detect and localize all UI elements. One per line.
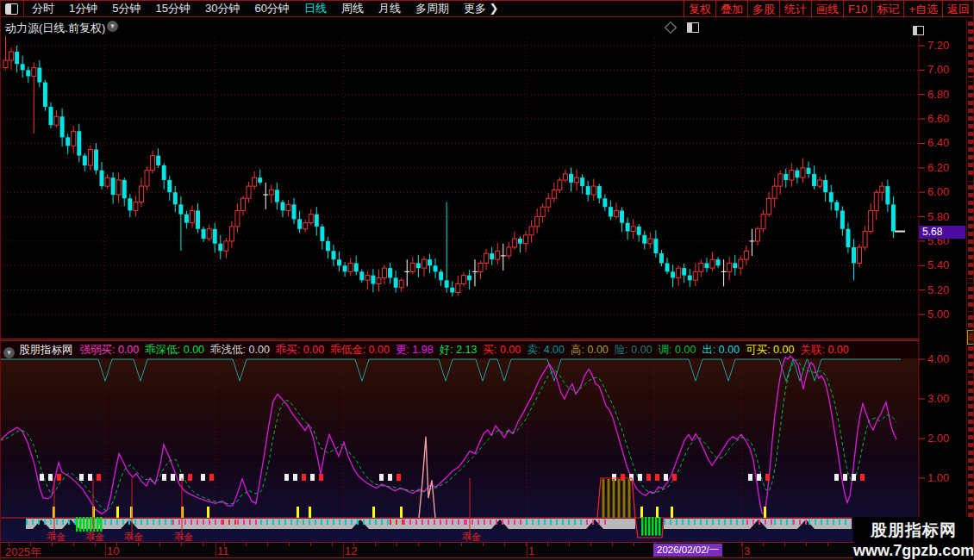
date-tick (375, 543, 376, 546)
svg-text:乖金: 乖金 (47, 532, 66, 542)
candlestick-and-indicator-chart: 乖金乖金乖金乖金乖金 (0, 0, 974, 560)
date-tick (590, 543, 591, 546)
panel-divider[interactable] (0, 339, 919, 339)
date-tick (116, 543, 117, 546)
date-tick (138, 543, 139, 546)
date-tick (634, 543, 634, 546)
date-tick (267, 543, 268, 546)
date-tick (95, 543, 96, 546)
date-tick (73, 543, 74, 546)
date-tick (159, 543, 160, 546)
month-separator (742, 543, 743, 559)
month-separator (343, 543, 344, 559)
date-tick (418, 543, 419, 546)
date-tick (784, 543, 785, 546)
date-label-2: 11 (217, 544, 229, 557)
date-tick (353, 543, 354, 546)
svg-text:乖金: 乖金 (124, 532, 143, 542)
date-tick (547, 543, 548, 546)
date-tick (52, 543, 53, 546)
date-tick (289, 543, 290, 546)
date-axis[interactable]: 2026/02/02/一 2025年10111213 (0, 542, 974, 558)
date-tick (461, 543, 462, 546)
date-tick (612, 543, 613, 546)
svg-text:乖金: 乖金 (174, 532, 193, 542)
month-separator (527, 543, 528, 559)
date-tick (181, 543, 182, 546)
date-tick (483, 543, 484, 546)
date-tick (30, 543, 31, 546)
watermark: 股朋指标网 www.7gpzb.com (853, 517, 974, 560)
trading-app-window: 分时1分钟5分钟15分钟30分钟60分钟日线周线月线多周期更多 ❯ 复权叠加多股… (0, 0, 974, 560)
date-label-5: 3 (744, 544, 750, 557)
date-tick (526, 543, 527, 546)
date-tick (203, 543, 203, 546)
date-tick (224, 543, 225, 546)
month-separator (215, 543, 216, 559)
date-tick (569, 543, 570, 546)
date-tick (741, 543, 742, 546)
left-border (0, 0, 1, 560)
watermark-site-name: 股朋指标网 (853, 520, 974, 542)
date-tick (827, 543, 828, 546)
date-tick (763, 543, 764, 546)
date-label-3: 12 (345, 544, 357, 557)
svg-text:乖金: 乖金 (462, 532, 481, 542)
date-label-4: 1 (528, 544, 534, 557)
date-tick (332, 543, 333, 546)
date-tick (806, 543, 807, 546)
date-tick (504, 543, 505, 546)
svg-text:乖金: 乖金 (85, 532, 104, 542)
date-tick (440, 543, 440, 546)
cursor-date-chip: 2026/02/02/一 (653, 544, 722, 557)
date-tick (9, 543, 9, 546)
date-tick (396, 543, 397, 546)
date-label-1: 10 (107, 544, 119, 557)
last-price-chip: 5.68 (919, 226, 965, 239)
month-separator (105, 543, 106, 559)
date-tick (310, 543, 311, 546)
date-tick (246, 543, 247, 546)
watermark-url: www.7gpzb.com (853, 542, 974, 560)
